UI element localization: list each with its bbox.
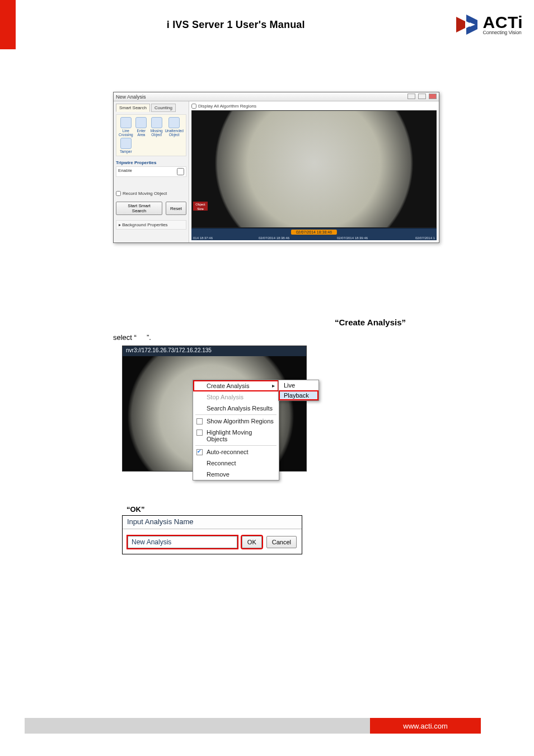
missing-object-icon xyxy=(151,117,162,128)
timeline-tick: 02/07/2014 1 xyxy=(415,236,435,240)
analysis-right-panel: Display All Algorithm Regions Object Siz… xyxy=(189,101,439,242)
record-moving-checkbox[interactable] xyxy=(116,191,121,196)
menu-create-analysis[interactable]: Create Analysis xyxy=(193,380,279,391)
unattended-object-icon xyxy=(168,117,180,128)
menu-highlight-moving-objects[interactable]: Highlight Moving Objects xyxy=(193,427,279,445)
checkbox-icon xyxy=(196,418,203,424)
timeline-tick: 02/07/2014 18:39:46 xyxy=(337,236,368,240)
timeline-tick: 014 18:37:46 xyxy=(193,236,213,240)
window-titlebar: New Analysis xyxy=(114,92,439,101)
ok-button[interactable]: OK xyxy=(242,536,262,548)
minimize-icon[interactable] xyxy=(407,94,415,99)
camera-address: nvr3://172.16.26.73/172.16.22.135 xyxy=(123,346,306,356)
object-size-label: Object Size xyxy=(193,202,208,211)
video-preview[interactable]: Object Size xyxy=(191,110,437,228)
reset-button[interactable]: Reset xyxy=(166,202,186,215)
tool-line-crossing[interactable]: Line Crossing xyxy=(119,117,133,137)
input-analysis-name-dialog: Input Analysis Name OK Cancel xyxy=(122,515,302,554)
close-icon[interactable] xyxy=(429,94,437,99)
tool-missing-object[interactable]: Missing Object xyxy=(149,117,163,137)
line-crossing-icon xyxy=(120,117,132,128)
submenu-playback[interactable]: Playback xyxy=(279,390,318,400)
ok-heading: “OK” xyxy=(127,505,145,514)
logo-mark-icon xyxy=(456,15,480,35)
menu-reconnect[interactable]: Reconnect xyxy=(193,458,279,469)
window-controls xyxy=(406,94,437,100)
menu-search-results[interactable]: Search Analysis Results xyxy=(193,403,279,414)
tool-unattended-object[interactable]: Unattended Object xyxy=(165,117,184,137)
tripwire-heading: Tripwire Properties xyxy=(116,160,186,165)
tamper-icon xyxy=(120,138,132,149)
svg-marker-0 xyxy=(456,17,465,32)
page-header: i IVS Server 1 User's Manual ACTi Connec… xyxy=(16,0,534,49)
analysis-name-field[interactable] xyxy=(128,536,237,548)
menu-auto-reconnect[interactable]: Auto-reconnect xyxy=(193,446,279,458)
timeline-tick: 02/07/2014 18:38:46 xyxy=(259,236,289,240)
window-title: New Analysis xyxy=(116,94,146,100)
enable-checkbox[interactable] xyxy=(177,168,184,175)
background-properties-section[interactable]: ▸ Background Properties xyxy=(116,220,186,230)
camera-context-screenshot: nvr3://172.16.26.73/172.16.22.135 Create… xyxy=(122,346,307,472)
timeline-current-time: 02/07/2014 18:38:46 xyxy=(291,230,337,235)
enter-area-icon xyxy=(135,117,147,128)
enable-row: Enable xyxy=(116,166,186,177)
tab-smart-search[interactable]: Smart Search xyxy=(116,104,150,112)
start-smart-search-button[interactable]: Start Smart Search xyxy=(116,202,162,215)
footer-url: www.acti.com xyxy=(370,718,481,734)
menu-remove[interactable]: Remove xyxy=(193,469,279,480)
context-menu: Create Analysis Stop Analysis Search Ana… xyxy=(193,380,279,480)
timeline[interactable]: 02/07/2014 18:38:46 014 18:37:46 02/07/2… xyxy=(191,228,437,240)
new-analysis-window: New Analysis Smart Search Counting Line … xyxy=(113,92,439,243)
enable-label: Enable xyxy=(118,168,132,175)
checkbox-checked-icon xyxy=(196,449,203,455)
menu-stop-analysis: Stop Analysis xyxy=(193,391,279,403)
left-red-stripe xyxy=(0,0,16,49)
tool-tamper[interactable]: Tamper xyxy=(119,138,133,153)
create-analysis-heading: “Create Analysis” xyxy=(335,318,406,327)
logo-tagline: Connecting Vision xyxy=(483,30,523,35)
manual-title: i IVS Server 1 User's Manual xyxy=(16,19,456,31)
menu-show-algorithm-regions[interactable]: Show Algorithm Regions xyxy=(193,416,279,427)
select-instruction: select “ ”. xyxy=(113,333,151,342)
record-moving-label: Record Moving Object xyxy=(123,191,167,196)
submenu-live[interactable]: Live xyxy=(279,380,318,390)
display-all-checkbox[interactable] xyxy=(191,104,196,109)
logo-name: ACTi xyxy=(483,15,523,30)
brand-logo: ACTi Connecting Vision xyxy=(456,15,523,35)
analysis-left-panel: Smart Search Counting Line Crossing Ente… xyxy=(114,101,189,242)
page-footer: www.acti.com xyxy=(25,718,481,734)
dialog-title: Input Analysis Name xyxy=(123,516,302,529)
checkbox-icon xyxy=(196,430,203,436)
tab-counting[interactable]: Counting xyxy=(151,104,176,112)
create-analysis-submenu: Live Playback xyxy=(278,380,319,401)
display-all-label: Display All Algorithm Regions xyxy=(198,104,256,109)
algorithm-tools: Line Crossing Enter Area Missing Object … xyxy=(116,114,186,156)
cancel-button[interactable]: Cancel xyxy=(266,536,297,548)
maximize-icon[interactable] xyxy=(418,94,426,99)
tool-enter-area[interactable]: Enter Area xyxy=(134,117,148,137)
